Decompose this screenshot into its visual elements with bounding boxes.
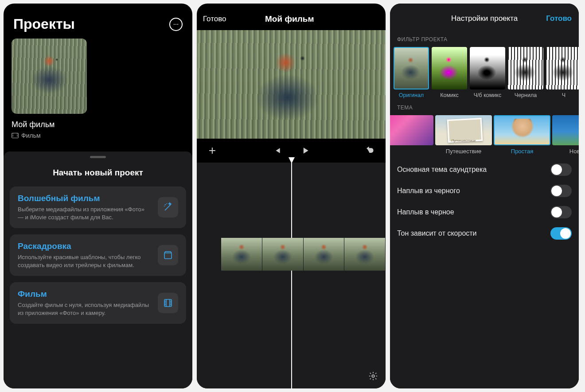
filter-label: Ч bbox=[546, 92, 579, 98]
svg-point-2 bbox=[177, 24, 178, 25]
toggle-label: Тон зависит от скорости bbox=[397, 229, 477, 237]
video-preview[interactable] bbox=[197, 30, 386, 139]
theme-thumbnail bbox=[494, 115, 550, 145]
wand-icon bbox=[158, 197, 178, 217]
projects-title: Проекты bbox=[13, 16, 75, 32]
storyboard-icon bbox=[158, 245, 178, 265]
filter-thumbnail bbox=[508, 47, 543, 89]
editor-panel: Готово Мой фильм + bbox=[197, 4, 386, 388]
toggle-list: Основная тема саундтрекаНаплыв из черног… bbox=[390, 155, 579, 244]
project-type-label: Фильм bbox=[21, 132, 41, 139]
settings-done-button[interactable]: Готово bbox=[546, 14, 572, 23]
svg-point-5 bbox=[372, 375, 374, 377]
skip-back-icon bbox=[273, 146, 281, 155]
projects-header: Проекты bbox=[4, 4, 192, 39]
filter-item[interactable]: Чернила bbox=[508, 47, 543, 98]
play-button[interactable] bbox=[299, 144, 312, 157]
theme-label: Путешествие bbox=[435, 148, 492, 155]
toggle-row: Основная тема саундтрека bbox=[397, 159, 572, 180]
toggle-switch[interactable] bbox=[550, 185, 572, 197]
theme-item[interactable]: Простая bbox=[494, 115, 550, 155]
clip-frame[interactable] bbox=[262, 238, 304, 271]
filter-label: Чернила bbox=[508, 92, 543, 98]
ellipsis-icon bbox=[173, 21, 179, 27]
settings-body: ФИЛЬТР ПРОЕКТА ОригиналКомиксЧ/б комиксЧ… bbox=[390, 30, 579, 388]
undo-icon bbox=[366, 146, 374, 155]
project-card[interactable]: Мой фильм Фильм bbox=[4, 39, 192, 139]
more-button[interactable] bbox=[169, 18, 183, 31]
done-button[interactable]: Готово bbox=[203, 15, 226, 23]
option-desc: Выберите медиафайлы из приложения «Фото»… bbox=[18, 206, 152, 221]
clip-frame[interactable] bbox=[221, 238, 262, 271]
option-desc: Используйте красивые шаблоны, чтобы легк… bbox=[18, 253, 152, 269]
filter-item[interactable]: Ч/б комикс bbox=[470, 47, 505, 98]
filter-thumbnail bbox=[546, 47, 579, 89]
clip-strip[interactable] bbox=[221, 238, 386, 271]
theme-label: Простая bbox=[494, 148, 550, 155]
theme-thumbnail: Путешествие bbox=[435, 115, 492, 145]
filter-item[interactable]: Комикс bbox=[432, 47, 467, 98]
option-storyboard[interactable]: Раскадровка Используйте красивые шаблоны… bbox=[10, 234, 186, 276]
timeline[interactable] bbox=[197, 163, 386, 388]
toggle-switch[interactable] bbox=[550, 163, 572, 176]
filter-thumbnail bbox=[470, 47, 505, 89]
theme-thumbnail bbox=[390, 115, 433, 145]
filter-section-header: ФИЛЬТР ПРОЕКТА bbox=[390, 30, 579, 47]
filter-label: Комикс bbox=[432, 92, 467, 98]
theme-item[interactable]: Новости bbox=[552, 115, 579, 155]
theme-item[interactable]: ПутешествиеПутешествие bbox=[435, 115, 492, 155]
project-type: Фильм bbox=[12, 132, 184, 139]
toggle-row: Наплыв из черного bbox=[397, 180, 572, 202]
option-movie[interactable]: Фильм Создайте фильм с нуля, используя м… bbox=[10, 282, 186, 324]
svg-point-1 bbox=[176, 24, 176, 25]
option-title: Фильм bbox=[18, 289, 152, 299]
toggle-row: Наплыв в черное bbox=[397, 202, 572, 223]
editor-title: Мой фильм bbox=[265, 14, 314, 24]
sheet-handle[interactable] bbox=[90, 156, 106, 158]
undo-button[interactable] bbox=[363, 144, 377, 157]
theme-item[interactable] bbox=[390, 115, 433, 155]
svg-rect-3 bbox=[164, 253, 172, 259]
filter-label: Ч/б комикс bbox=[470, 92, 505, 98]
clip-frame[interactable] bbox=[344, 238, 386, 271]
project-name: Мой фильм bbox=[12, 120, 184, 129]
sheet-title: Начать новый проект bbox=[4, 163, 192, 186]
settings-panel: Настройки проекта Готово ФИЛЬТР ПРОЕКТА … bbox=[390, 4, 579, 388]
filter-label: Оригинал bbox=[394, 92, 429, 98]
filter-thumbnail bbox=[432, 47, 467, 89]
theme-thumbnail bbox=[552, 115, 579, 145]
svg-point-0 bbox=[174, 24, 175, 25]
theme-label: Новости bbox=[552, 148, 579, 155]
toggle-switch[interactable] bbox=[550, 227, 572, 240]
filter-item[interactable]: Ч bbox=[546, 47, 579, 98]
option-title: Волшебный фильм bbox=[18, 194, 152, 203]
project-thumbnail bbox=[12, 39, 87, 114]
editor-header: Готово Мой фильм bbox=[197, 4, 386, 30]
filter-item[interactable]: Оригинал bbox=[394, 47, 429, 98]
toggle-label: Основная тема саундтрека bbox=[397, 166, 487, 174]
theme-caption: Путешествие bbox=[451, 139, 476, 143]
toggle-switch[interactable] bbox=[550, 206, 572, 218]
add-media-button[interactable]: + bbox=[206, 144, 219, 157]
settings-title: Настройки проекта bbox=[451, 14, 518, 23]
skip-back-button[interactable] bbox=[270, 144, 284, 157]
playhead[interactable] bbox=[291, 163, 292, 388]
clip-frame[interactable] bbox=[304, 238, 345, 271]
play-icon bbox=[301, 146, 310, 155]
filter-thumbnail bbox=[394, 47, 429, 89]
option-title: Раскадровка bbox=[18, 241, 152, 251]
film-strip-icon bbox=[158, 293, 178, 313]
gear-icon bbox=[368, 371, 378, 381]
toggle-label: Наплыв в черное bbox=[397, 208, 454, 216]
settings-header: Настройки проекта Готово bbox=[390, 4, 579, 30]
toggle-row: Тон зависит от скорости bbox=[397, 223, 572, 244]
new-project-sheet: Начать новый проект Волшебный фильм Выбе… bbox=[4, 151, 192, 388]
theme-row[interactable]: ПутешествиеПутешествиеПростаяНовости bbox=[390, 115, 579, 155]
film-icon bbox=[12, 133, 19, 138]
theme-section-header: ТЕМА bbox=[390, 98, 579, 115]
filter-row[interactable]: ОригиналКомиксЧ/б комиксЧернилаЧ bbox=[390, 47, 579, 98]
projects-panel: Проекты Мой фильм Фильм Начать новый про… bbox=[4, 4, 192, 388]
settings-button[interactable] bbox=[367, 370, 379, 382]
option-magic-movie[interactable]: Волшебный фильм Выберите медиафайлы из п… bbox=[10, 186, 186, 228]
toggle-label: Наплыв из черного bbox=[397, 187, 460, 195]
